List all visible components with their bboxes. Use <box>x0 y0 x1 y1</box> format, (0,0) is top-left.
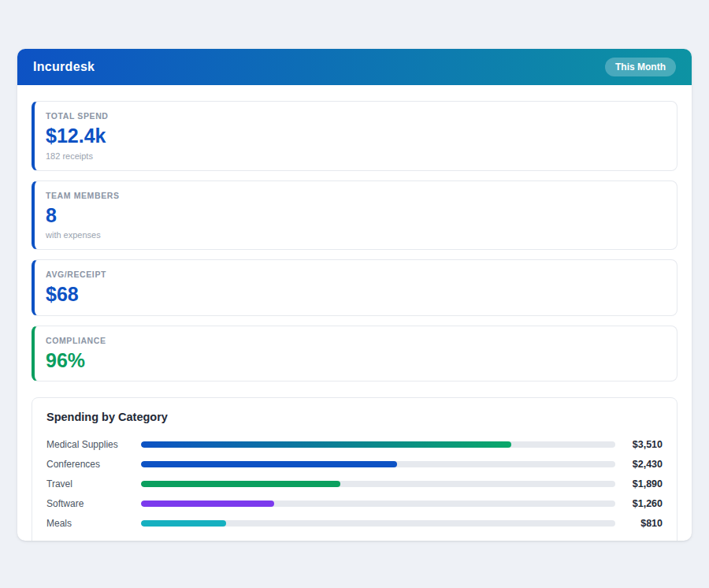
category-row: Travel$1,890 <box>46 474 663 493</box>
category-bar-fill <box>141 461 397 467</box>
period-badge[interactable]: This Month <box>605 58 676 76</box>
category-label: Meals <box>46 518 141 529</box>
stat-card: COMPLIANCE96% <box>32 326 677 382</box>
category-row: Medical Supplies$3,510 <box>46 434 663 454</box>
app-title: Incurdesk <box>33 60 95 74</box>
category-bar-track <box>141 441 615 448</box>
stat-value: 96% <box>46 350 664 372</box>
stat-card: AVG/RECEIPT$68 <box>32 259 677 316</box>
stat-label: COMPLIANCE <box>46 336 664 345</box>
spending-by-category-card: Spending by Category Medical Supplies$3,… <box>32 397 677 541</box>
stat-subtext: 182 receipts <box>46 151 664 161</box>
spending-chart-title: Spending by Category <box>46 411 663 423</box>
app-content: TOTAL SPEND$12.4k182 receiptsTEAM MEMBER… <box>17 85 692 541</box>
category-bar-fill <box>141 501 274 507</box>
stat-value: 8 <box>46 205 664 227</box>
category-label: Medical Supplies <box>46 439 141 450</box>
category-label: Software <box>46 498 141 509</box>
category-rows: Medical Supplies$3,510Conferences$2,430T… <box>46 434 663 533</box>
stat-subtext: with expenses <box>46 230 664 240</box>
category-bar-fill <box>141 481 340 487</box>
category-label: Conferences <box>46 459 141 470</box>
app-header: Incurdesk This Month <box>17 49 692 85</box>
stat-label: TOTAL SPEND <box>46 111 664 121</box>
stat-card: TOTAL SPEND$12.4k182 receipts <box>32 101 677 171</box>
category-value: $1,260 <box>615 498 663 509</box>
stat-card: TEAM MEMBERS8with expenses <box>32 180 677 251</box>
category-value: $810 <box>615 518 663 529</box>
category-bar-track <box>141 501 615 507</box>
category-label: Travel <box>46 478 141 489</box>
category-bar-track <box>141 461 615 467</box>
stat-value: $12.4k <box>46 125 664 147</box>
category-value: $2,430 <box>615 459 663 470</box>
stat-value: $68 <box>46 284 664 306</box>
dashboard-card: Incurdesk This Month TOTAL SPEND$12.4k18… <box>17 49 692 541</box>
category-row: Software$1,260 <box>46 493 663 513</box>
category-row: Meals$810 <box>46 513 663 533</box>
category-bar-fill <box>141 441 511 448</box>
category-row: Conferences$2,430 <box>46 454 663 474</box>
stats-list: TOTAL SPEND$12.4k182 receiptsTEAM MEMBER… <box>32 101 677 381</box>
category-bar-fill <box>141 520 226 527</box>
category-bar-track <box>141 520 615 527</box>
category-bar-track <box>141 481 615 487</box>
stat-label: TEAM MEMBERS <box>46 191 664 200</box>
category-value: $1,890 <box>615 478 663 489</box>
stat-label: AVG/RECEIPT <box>46 270 664 279</box>
category-value: $3,510 <box>615 439 663 450</box>
